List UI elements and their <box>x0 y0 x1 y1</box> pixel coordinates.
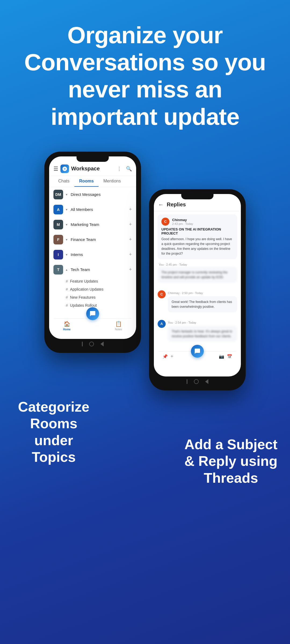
left-bar-indicator <box>82 342 83 346</box>
avatar-tech: T <box>53 265 63 275</box>
add-interns-icon[interactable]: + <box>129 252 132 257</box>
channel-name-rollout: Updates Rollout <box>70 303 97 308</box>
add-finance-icon[interactable]: + <box>129 237 132 242</box>
bottom-nav: 🏠 Home 📋 Notes <box>54 318 131 334</box>
avatar-dm: DM <box>53 190 63 199</box>
left-home-indicator <box>89 342 94 346</box>
msg-meta-1: Chinmay 2:43 pm · Today <box>172 218 193 225</box>
group-name-all: All Members <box>71 207 126 212</box>
msg-avatar-a1: A <box>158 320 166 328</box>
group-item-all-members[interactable]: A ▾ All Members + <box>49 202 136 217</box>
left-phone-bottom <box>49 339 136 348</box>
tab-mentions[interactable]: Mentions <box>99 176 126 187</box>
group-item-finance[interactable]: F ▾ Finance Team + <box>49 232 136 247</box>
avatar-finance: F <box>53 235 63 244</box>
tab-chats[interactable]: Chats <box>53 176 74 187</box>
tab-rooms[interactable]: Rooms <box>74 176 99 187</box>
back-button[interactable]: ← <box>158 202 164 208</box>
camera-icon[interactable]: 📷 <box>219 354 224 359</box>
hamburger-icon[interactable]: ☰ <box>53 166 58 172</box>
search-icon[interactable]: 🔍 <box>126 166 132 172</box>
avatar-interns: I <box>53 250 63 259</box>
group-item-marketing[interactable]: M ▾ Marketing Team + <box>49 217 136 232</box>
chevron-all: ▾ <box>66 208 67 211</box>
captions-section: Categorize Rooms under Topics Add a Subj… <box>0 390 290 497</box>
caption-left: Categorize Rooms under Topics <box>11 398 97 486</box>
channel-name-new: New Feautures <box>70 295 96 299</box>
right-phone-screen: ← Replies C Chinmay 2:43 pm · Today UPDA… <box>154 194 241 376</box>
message-thread: C Chinmay 2:43 pm · Today UPDATES ON THE… <box>154 211 241 359</box>
plus-icon[interactable]: + <box>171 354 173 359</box>
nav-spacer <box>80 321 106 331</box>
chevron-finance: ▾ <box>66 238 67 241</box>
message-4: That's fantastic to hear. It's always gr… <box>168 326 237 342</box>
hero-title: Organize your Conversations so you never… <box>16 21 274 130</box>
group-item-tech[interactable]: T ▴ Tech Team + <box>49 262 136 277</box>
caption-right-text: Add a Subject & Reply using Threads <box>183 436 279 486</box>
msg-meta-you-2: You · 2:54 pm · Today <box>168 321 196 324</box>
msg-body-3: Great work! The feedback from clients ha… <box>172 299 233 309</box>
group-name-dm: Direct Messages <box>71 192 132 197</box>
chevron-tech: ▴ <box>66 268 67 272</box>
msg-body-4: That's fantastic to hear. It's always gr… <box>172 329 233 339</box>
phones-section: ☰ Workspace ⋮ 🔍 Chats Rooms Mentions DM <box>0 146 290 390</box>
add-tech-icon[interactable]: + <box>129 267 132 272</box>
message-2-row: You · 2:45 pm · Today The project manage… <box>158 263 237 287</box>
msg-time-1: 2:43 pm · Today <box>172 222 193 225</box>
group-name-finance: Finance Team <box>71 237 126 242</box>
caption-right: Add a Subject & Reply using Threads <box>183 398 279 486</box>
group-item-dm[interactable]: DM ▾ Direct Messages <box>49 187 136 202</box>
add-all-icon[interactable]: + <box>129 207 132 212</box>
message-2: The project manager is currently reviewi… <box>158 267 237 283</box>
calendar-icon[interactable]: 📅 <box>227 354 232 359</box>
channel-new-features[interactable]: # New Feautures <box>49 293 136 301</box>
channel-feature-updates[interactable]: # Feature Updates <box>49 277 136 285</box>
avatar-marketing: M <box>53 220 63 229</box>
add-marketing-icon[interactable]: + <box>129 222 132 227</box>
home-icon: 🏠 <box>64 321 70 327</box>
phone-notch-right <box>181 194 213 199</box>
nav-home-label: Home <box>63 328 71 331</box>
notes-icon: 📋 <box>115 321 122 327</box>
hero-section: Organize your Conversations so you never… <box>0 0 290 146</box>
hash-icon-4: # <box>66 303 68 308</box>
message-4-row: A You · 2:54 pm · Today That's fantastic… <box>158 320 237 346</box>
msg-sender-row-1: C Chinmay 2:43 pm · Today <box>161 218 233 226</box>
phone-notch-left <box>77 156 109 162</box>
chevron-dm: ▾ <box>66 193 67 196</box>
message-3: Great work! The feedback from clients ha… <box>168 296 237 312</box>
workspace-title: Workspace <box>71 166 115 172</box>
caption-left-text: Categorize Rooms under Topics <box>11 398 97 466</box>
replies-title: Replies <box>167 202 186 208</box>
msg-meta-chinmay-2: Chinmay · 2:50 pm · Today <box>168 291 203 295</box>
chevron-marketing: ▾ <box>66 223 67 226</box>
fab-button[interactable] <box>86 307 99 320</box>
channel-application-updates[interactable]: # Application Updates <box>49 285 136 293</box>
msg-name-1: Chinmay <box>172 218 193 222</box>
right-back-indicator <box>205 379 208 384</box>
right-phone: ← Replies C Chinmay 2:43 pm · Today UPDA… <box>149 189 246 390</box>
msg-body-1: Good afternoon. I hope you are doing wel… <box>161 237 233 256</box>
msg-avatar-c2: C <box>158 290 166 298</box>
pin-icon[interactable]: 📌 <box>162 354 168 359</box>
avatar-all: A <box>53 205 63 214</box>
group-name-tech: Tech Team <box>71 267 126 272</box>
hash-icon-3: # <box>66 295 68 299</box>
right-home-indicator <box>194 379 199 384</box>
msg-avatar-c1: C <box>161 218 169 226</box>
channel-name-app: Application Updates <box>70 287 104 291</box>
right-phone-bottom <box>154 376 241 386</box>
fab-button-right[interactable] <box>191 345 204 358</box>
group-name-interns: Interns <box>71 252 126 257</box>
hash-icon-2: # <box>66 287 68 291</box>
nav-home[interactable]: 🏠 Home <box>54 321 80 331</box>
right-bar-indicator <box>187 379 187 384</box>
msg-subject-1: UPDATES ON THE AI INTEGRATION PROJECT <box>161 227 233 235</box>
hash-icon-1: # <box>66 279 68 283</box>
more-icon[interactable]: ⋮ <box>117 166 122 172</box>
message-3-row: C Chinmay · 2:50 pm · Today Great work! … <box>158 290 237 316</box>
group-item-interns[interactable]: I ▾ Interns + <box>49 247 136 262</box>
left-phone: ☰ Workspace ⋮ 🔍 Chats Rooms Mentions DM <box>44 152 141 353</box>
group-name-marketing: Marketing Team <box>71 222 126 227</box>
nav-notes[interactable]: 📋 Notes <box>106 321 131 331</box>
